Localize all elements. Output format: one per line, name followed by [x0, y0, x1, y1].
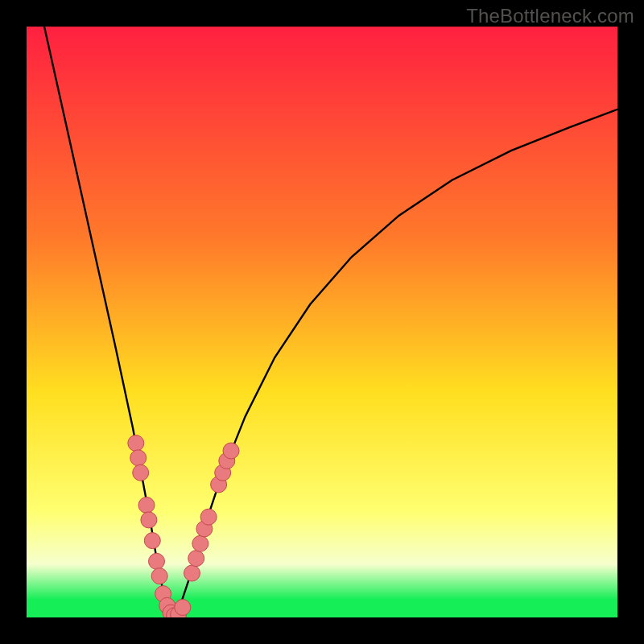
- data-point: [144, 533, 160, 549]
- data-point: [151, 568, 167, 584]
- data-point: [200, 509, 217, 525]
- plot-area: [27, 27, 617, 617]
- chart-container: TheBottleneck.com: [0, 0, 644, 644]
- watermark-text: TheBottleneck.com: [466, 5, 634, 27]
- data-point: [133, 464, 149, 481]
- data-point: [128, 436, 144, 452]
- data-point: [138, 497, 155, 514]
- data-point: [184, 565, 200, 581]
- data-point: [175, 600, 191, 616]
- data-point: [223, 443, 239, 459]
- data-point: [130, 450, 147, 466]
- chart-svg: [27, 27, 617, 617]
- data-point: [149, 553, 165, 569]
- data-point: [192, 535, 208, 551]
- gradient-background: [27, 27, 617, 617]
- data-point: [141, 512, 157, 528]
- data-point: [188, 551, 204, 567]
